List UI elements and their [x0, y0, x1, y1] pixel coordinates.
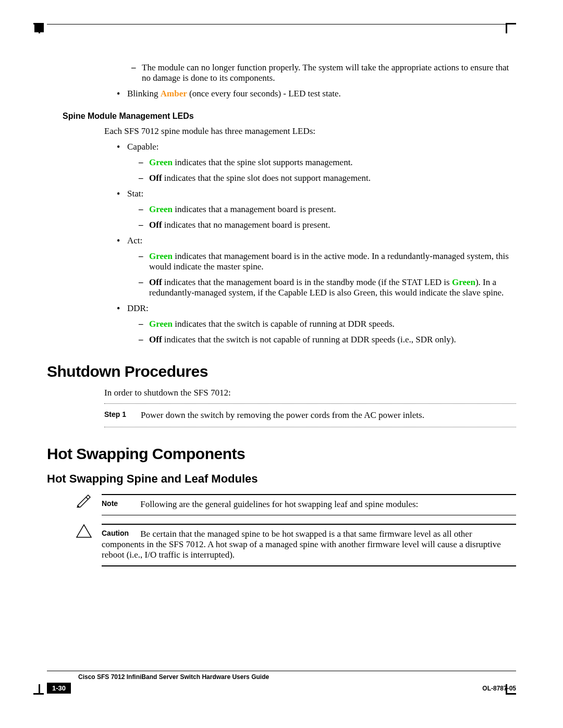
pencil-icon — [76, 494, 102, 508]
footer-title: Cisco SFS 7012 InfiniBand Server Switch … — [78, 673, 516, 681]
note-text: Following are the general guidelines for… — [140, 499, 418, 509]
list-item-act: Act: Green indicates that management boa… — [115, 236, 516, 298]
text: indicates that management board is in th… — [149, 251, 509, 272]
caution-block: Caution Be certain that the managed spin… — [76, 524, 516, 566]
shutdown-intro: In order to shutdown the SFS 7012: — [104, 388, 516, 398]
footer: Cisco SFS 7012 InfiniBand Server Switch … — [47, 671, 516, 694]
text: indicates that the spine slot does not s… — [162, 173, 371, 183]
off-label: Off — [149, 277, 162, 287]
note-body: Note Following are the general guideline… — [102, 494, 516, 515]
heading-shutdown: Shutdown Procedures — [47, 363, 516, 380]
list-item-ddr: DDR: Green indicates that the switch is … — [115, 303, 516, 345]
text: In order to shutdown the SFS 7012: — [104, 388, 516, 398]
crop-mark-bl — [28, 679, 44, 695]
list-item: Green indicates that the spine slot supp… — [137, 157, 516, 168]
section-heading-spine-leds: Spine Module Management LEDs — [63, 112, 516, 121]
intro-text: Each SFS 7012 spine module has three man… — [104, 126, 516, 137]
green-label: Green — [149, 157, 173, 167]
text: indicates that a management board is pre… — [173, 204, 336, 214]
off-label: Off — [149, 173, 162, 183]
list-item: Off indicates that the switch is not cap… — [137, 335, 516, 345]
label: Capable: — [127, 142, 158, 152]
text: indicates that the switch is capable of … — [173, 319, 395, 329]
list-item: Off indicates that the spine slot does n… — [137, 173, 516, 183]
off-label: Off — [149, 220, 162, 230]
text: indicates that the switch is not capable… — [162, 335, 456, 344]
crop-mark-br — [506, 679, 521, 695]
page: The module can no longer function proper… — [0, 0, 563, 728]
text-prefix: Blinking — [127, 89, 161, 98]
text: The module can no longer function proper… — [142, 63, 509, 83]
list-item-stat: Stat: Green indicates that a management … — [115, 189, 516, 230]
list-item: Blinking Amber (once every four seconds)… — [115, 89, 516, 99]
green-label: Green — [149, 251, 173, 261]
caution-body: Caution Be certain that the managed spin… — [102, 524, 516, 566]
subheading-hotswap: Hot Swapping Spine and Leaf Modules — [47, 472, 516, 486]
label: DDR: — [127, 303, 149, 313]
list-item: Green indicates that a management board … — [137, 204, 516, 215]
list-item: Off indicates that no management board i… — [137, 220, 516, 230]
note-label: Note — [102, 499, 138, 508]
header-rule — [47, 24, 516, 24]
text: indicates that the spine slot supports m… — [173, 157, 353, 167]
step-label: Step 1 — [104, 410, 141, 421]
text: indicates that no management board is pr… — [162, 220, 331, 230]
list-item: Green indicates that management board is… — [137, 251, 516, 272]
note-block: Note Following are the general guideline… — [76, 494, 516, 515]
text: indicates that the management board is i… — [162, 277, 452, 287]
green-label: Green — [149, 319, 173, 329]
amber-label: Amber — [161, 89, 187, 98]
list-item: Green indicates that the switch is capab… — [137, 319, 516, 329]
page-number: 1-30 — [47, 683, 71, 694]
content: The module can no longer function proper… — [47, 63, 516, 566]
caution-text: Be certain that the managed spine to be … — [102, 529, 501, 560]
caution-label: Caution — [102, 529, 138, 537]
label: Stat: — [127, 189, 143, 199]
list-item: Off indicates that the management board … — [137, 277, 516, 298]
green-label: Green — [452, 277, 475, 287]
text-suffix: (once every four seconds) - LED test sta… — [187, 89, 341, 98]
off-label: Off — [149, 335, 162, 344]
crop-mark-tr — [506, 23, 521, 39]
crop-mark-tl — [28, 23, 44, 39]
warning-icon — [76, 524, 102, 538]
top-continued-list: The module can no longer function proper… — [104, 63, 516, 99]
step-block: Step 1 Power down the switch by removing… — [104, 403, 516, 427]
green-label: Green — [149, 204, 173, 214]
heading-hotswap: Hot Swapping Components — [47, 445, 516, 463]
label: Act: — [127, 236, 142, 245]
spine-leds-body: Each SFS 7012 spine module has three man… — [104, 126, 516, 345]
list-item-capable: Capable: Green indicates that the spine … — [115, 142, 516, 183]
step-text: Power down the switch by removing the po… — [141, 410, 516, 421]
list-item: The module can no longer function proper… — [129, 63, 516, 83]
